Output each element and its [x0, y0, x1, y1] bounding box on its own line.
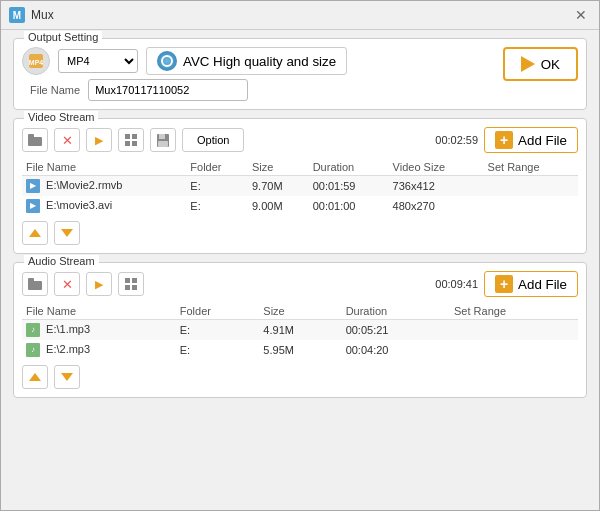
svg-rect-2 [28, 137, 42, 146]
table-row: ▶ E:\Movie2.rmvb E: 9.70M 00:01:59 736x4… [22, 176, 578, 197]
video-stream-section: Video Stream ✕ ▶ Option 00:02:59 + [13, 118, 587, 254]
app-icon: M [9, 7, 25, 23]
audio-col-filename: File Name [22, 303, 176, 320]
audio-row2-setrange [450, 340, 578, 360]
audio-down-button[interactable] [54, 365, 80, 389]
video-row1-size: 9.70M [248, 176, 309, 197]
video-row1-videosize: 736x412 [389, 176, 484, 197]
audio-up-button[interactable] [22, 365, 48, 389]
video-table: File Name Folder Size Duration Video Siz… [22, 159, 578, 216]
svg-rect-10 [158, 141, 168, 147]
window-title: Mux [31, 8, 54, 22]
video-nav-buttons [22, 221, 578, 245]
video-col-filename: File Name [22, 159, 186, 176]
table-row: ▶ E:\movie3.avi E: 9.00M 00:01:00 480x27… [22, 196, 578, 216]
up-arrow-icon [29, 229, 41, 237]
output-top-row: MP4 MP4 AVC High quality and size [22, 47, 347, 75]
video-save-button[interactable] [150, 128, 176, 152]
filename-input[interactable] [88, 79, 248, 101]
preset-button[interactable]: AVC High quality and size [146, 47, 347, 75]
video-row2-size: 9.00M [248, 196, 309, 216]
video-delete-button[interactable]: ✕ [54, 128, 80, 152]
video-add-label: Add File [518, 133, 567, 148]
video-down-button[interactable] [54, 221, 80, 245]
svg-rect-13 [125, 278, 130, 283]
audio-down-arrow-icon [61, 373, 73, 381]
output-left: MP4 MP4 AVC High quality and size File N… [22, 47, 347, 101]
file-icon: ▶ [26, 179, 40, 193]
close-button[interactable]: ✕ [571, 7, 591, 23]
audio-file-icon: ♪ [26, 323, 40, 337]
audio-col-folder: Folder [176, 303, 260, 320]
title-bar: M Mux ✕ [1, 1, 599, 30]
svg-rect-16 [132, 285, 137, 290]
table-row: ♪ E:\1.mp3 E: 4.91M 00:05:21 [22, 320, 578, 341]
svg-rect-6 [125, 141, 130, 146]
audio-row2-folder: E: [176, 340, 260, 360]
video-row2-setrange [484, 196, 578, 216]
preset-icon [157, 51, 177, 71]
svg-rect-5 [132, 134, 137, 139]
video-open-button[interactable] [22, 128, 48, 152]
video-row2-videosize: 480x270 [389, 196, 484, 216]
svg-text:MP4: MP4 [29, 59, 44, 66]
audio-up-arrow-icon [29, 373, 41, 381]
ok-arrow-icon [521, 56, 535, 72]
audio-delete-button[interactable]: ✕ [54, 272, 80, 296]
ok-button[interactable]: OK [503, 47, 578, 81]
audio-play-button[interactable]: ▶ [86, 272, 112, 296]
audio-add-file-button[interactable]: + Add File [484, 271, 578, 297]
video-col-videosize: Video Size [389, 159, 484, 176]
audio-col-size: Size [259, 303, 341, 320]
svg-rect-7 [132, 141, 137, 146]
svg-rect-3 [28, 134, 34, 138]
video-row2-filename: ▶ E:\movie3.avi [22, 196, 186, 216]
content-area: Output Setting MP4 MP4 [1, 30, 599, 510]
filename-label: File Name [30, 84, 80, 96]
video-row1-folder: E: [186, 176, 248, 197]
output-bottom-row: File Name [22, 79, 347, 101]
svg-rect-12 [28, 278, 34, 282]
video-row2-duration: 00:01:00 [309, 196, 389, 216]
video-play-button[interactable]: ▶ [86, 128, 112, 152]
audio-file-icon: ♪ [26, 343, 40, 357]
audio-table: File Name Folder Size Duration Set Range… [22, 303, 578, 360]
option-label: Option [197, 134, 229, 146]
video-stream-label: Video Stream [24, 111, 98, 123]
audio-stream-label: Audio Stream [24, 255, 99, 267]
ok-label: OK [541, 57, 560, 72]
audio-row2-size: 5.95M [259, 340, 341, 360]
video-option-button[interactable]: Option [182, 128, 244, 152]
svg-rect-14 [132, 278, 137, 283]
audio-duration: 00:09:41 [435, 278, 478, 290]
video-add-file-button[interactable]: + Add File [484, 127, 578, 153]
audio-toolbar: ✕ ▶ 00:09:41 + Add File [22, 271, 578, 297]
video-grid-button[interactable] [118, 128, 144, 152]
audio-row1-filename: ♪ E:\1.mp3 [22, 320, 176, 341]
video-toolbar: ✕ ▶ Option 00:02:59 + Add File [22, 127, 578, 153]
video-row1-duration: 00:01:59 [309, 176, 389, 197]
audio-row1-folder: E: [176, 320, 260, 341]
title-bar-left: M Mux [9, 7, 54, 23]
audio-col-duration: Duration [342, 303, 450, 320]
audio-row2-filename: ♪ E:\2.mp3 [22, 340, 176, 360]
svg-rect-9 [159, 134, 165, 139]
video-col-size: Size [248, 159, 309, 176]
audio-add-label: Add File [518, 277, 567, 292]
audio-col-setrange: Set Range [450, 303, 578, 320]
audio-row2-duration: 00:04:20 [342, 340, 450, 360]
video-up-button[interactable] [22, 221, 48, 245]
audio-grid-button[interactable] [118, 272, 144, 296]
audio-stream-section: Audio Stream ✕ ▶ 00:09:41 + Add File [13, 262, 587, 398]
svg-rect-15 [125, 285, 130, 290]
audio-row1-size: 4.91M [259, 320, 341, 341]
audio-open-button[interactable] [22, 272, 48, 296]
audio-add-icon: + [495, 275, 513, 293]
audio-row1-duration: 00:05:21 [342, 320, 450, 341]
preset-label: AVC High quality and size [183, 54, 336, 69]
format-select[interactable]: MP4 [58, 49, 138, 73]
video-row2-folder: E: [186, 196, 248, 216]
audio-row1-setrange [450, 320, 578, 341]
main-window: M Mux ✕ Output Setting MP4 [0, 0, 600, 511]
video-add-icon: + [495, 131, 513, 149]
